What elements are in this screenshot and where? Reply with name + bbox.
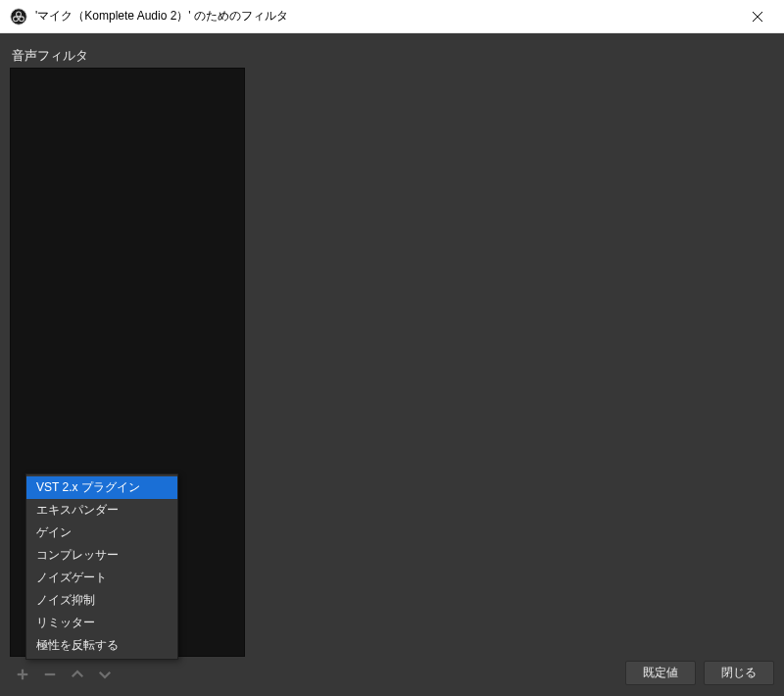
remove-filter-button[interactable] — [37, 664, 63, 685]
dialog-body: 音声フィルタ — [0, 33, 784, 696]
obs-app-icon — [10, 8, 27, 25]
move-filter-up-button[interactable] — [65, 664, 90, 685]
chevron-down-icon — [96, 666, 114, 683]
filter-menu-item[interactable]: リミッター — [26, 612, 177, 634]
window-title: 'マイク（Komplete Audio 2）' のためのフィルタ — [35, 8, 288, 25]
chevron-up-icon — [69, 666, 86, 683]
filter-menu-item[interactable]: エキスパンダー — [26, 499, 177, 522]
plus-icon — [14, 666, 31, 683]
add-filter-context-menu: VST 2.x プラグインエキスパンダーゲインコンプレッサーノイズゲートノイズ抑… — [25, 473, 178, 660]
footer-row: 既定値 閉じる — [10, 657, 774, 688]
close-button[interactable]: 閉じる — [704, 661, 774, 685]
audio-filters-label: 音声フィルタ — [12, 47, 774, 65]
window-close-button[interactable] — [735, 1, 780, 32]
close-icon — [753, 12, 762, 22]
add-filter-button[interactable] — [10, 664, 35, 685]
filter-menu-item[interactable]: VST 2.x プラグイン — [26, 476, 177, 499]
filter-menu-item[interactable]: コンプレッサー — [26, 544, 177, 567]
filter-toolbar — [10, 661, 118, 688]
filter-properties-panel — [251, 68, 774, 657]
titlebar: 'マイク（Komplete Audio 2）' のためのフィルタ — [0, 0, 784, 33]
move-filter-down-button[interactable] — [92, 664, 118, 685]
filter-menu-item[interactable]: ノイズゲート — [26, 567, 177, 589]
filter-menu-item[interactable]: 極性を反転する — [26, 634, 177, 657]
filters-dialog: 'マイク（Komplete Audio 2）' のためのフィルタ 音声フィルタ — [0, 0, 784, 696]
filter-menu-item[interactable]: ゲイン — [26, 522, 177, 544]
bottom-buttons: 既定値 閉じる — [625, 661, 774, 685]
filter-menu-item[interactable]: ノイズ抑制 — [26, 589, 177, 612]
defaults-button[interactable]: 既定値 — [625, 661, 696, 685]
minus-icon — [41, 666, 59, 683]
